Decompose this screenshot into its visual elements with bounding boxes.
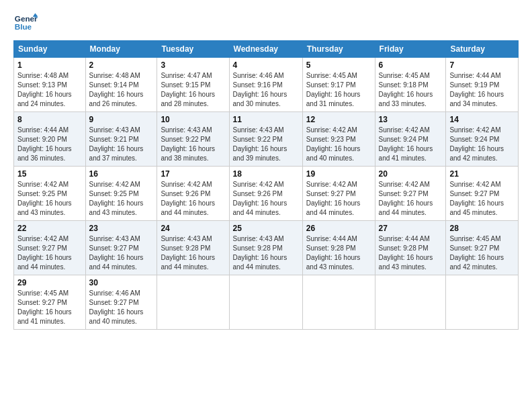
day-info: Sunrise: 4:45 AMSunset: 9:27 PMDaylight:… [17, 289, 82, 326]
day-number: 4 [233, 60, 299, 70]
calendar-header-tuesday: Tuesday [157, 41, 229, 58]
day-info: Sunrise: 4:47 AMSunset: 9:15 PMDaylight:… [161, 71, 225, 109]
calendar-header-thursday: Thursday [302, 41, 375, 58]
day-info: Sunrise: 4:46 AMSunset: 9:16 PMDaylight:… [233, 71, 299, 109]
day-info: Sunrise: 4:42 AMSunset: 9:26 PMDaylight:… [233, 180, 299, 218]
day-info: Sunrise: 4:42 AMSunset: 9:23 PMDaylight:… [306, 126, 371, 163]
calendar-header-row: SundayMondayTuesdayWednesdayThursdayFrid… [14, 41, 519, 58]
day-number: 18 [233, 169, 299, 179]
calendar-cell: 8Sunrise: 4:44 AMSunset: 9:20 PMDaylight… [14, 112, 86, 167]
calendar-cell: 22Sunrise: 4:42 AMSunset: 9:27 PMDayligh… [14, 221, 86, 275]
calendar-cell [375, 275, 446, 330]
day-number: 17 [161, 169, 225, 179]
day-info: Sunrise: 4:42 AMSunset: 9:25 PMDaylight:… [89, 180, 154, 218]
day-info: Sunrise: 4:42 AMSunset: 9:27 PMDaylight:… [306, 180, 371, 218]
day-info: Sunrise: 4:45 AMSunset: 9:18 PMDaylight:… [379, 71, 443, 109]
day-info: Sunrise: 4:48 AMSunset: 9:14 PMDaylight:… [89, 71, 154, 109]
calendar-cell: 16Sunrise: 4:42 AMSunset: 9:25 PMDayligh… [85, 167, 157, 221]
calendar-week-row: 1Sunrise: 4:48 AMSunset: 9:13 PMDaylight… [14, 58, 519, 112]
day-number: 10 [161, 115, 225, 124]
calendar-cell: 19Sunrise: 4:42 AMSunset: 9:27 PMDayligh… [302, 167, 375, 221]
day-info: Sunrise: 4:46 AMSunset: 9:27 PMDaylight:… [89, 289, 154, 326]
calendar-cell: 1Sunrise: 4:48 AMSunset: 9:13 PMDaylight… [14, 58, 86, 112]
day-number: 29 [17, 278, 82, 287]
day-info: Sunrise: 4:43 AMSunset: 9:22 PMDaylight:… [233, 126, 299, 163]
calendar-cell: 4Sunrise: 4:46 AMSunset: 9:16 PMDaylight… [229, 58, 302, 112]
day-number: 3 [161, 60, 225, 70]
day-number: 28 [449, 224, 515, 233]
day-info: Sunrise: 4:42 AMSunset: 9:27 PMDaylight:… [449, 180, 515, 218]
day-info: Sunrise: 4:45 AMSunset: 9:17 PMDaylight:… [306, 71, 371, 109]
calendar-cell [302, 275, 375, 330]
day-number: 7 [449, 60, 515, 70]
calendar-table: SundayMondayTuesdayWednesdayThursdayFrid… [13, 40, 519, 330]
calendar-header-sunday: Sunday [14, 41, 86, 58]
day-info: Sunrise: 4:42 AMSunset: 9:27 PMDaylight:… [379, 180, 443, 218]
day-number: 26 [306, 224, 371, 233]
day-info: Sunrise: 4:45 AMSunset: 9:27 PMDaylight:… [449, 234, 515, 272]
day-number: 22 [17, 224, 82, 233]
calendar-cell: 5Sunrise: 4:45 AMSunset: 9:17 PMDaylight… [302, 58, 375, 112]
day-number: 2 [89, 60, 154, 70]
day-info: Sunrise: 4:44 AMSunset: 9:28 PMDaylight:… [306, 234, 371, 272]
day-number: 1 [17, 60, 82, 70]
calendar-header-wednesday: Wednesday [229, 41, 302, 58]
logo: General Blue [13, 11, 38, 35]
calendar-cell [157, 275, 229, 330]
day-info: Sunrise: 4:42 AMSunset: 9:24 PMDaylight:… [449, 126, 515, 163]
calendar-cell: 21Sunrise: 4:42 AMSunset: 9:27 PMDayligh… [446, 167, 519, 221]
calendar-cell: 24Sunrise: 4:43 AMSunset: 9:28 PMDayligh… [157, 221, 229, 275]
calendar-cell: 25Sunrise: 4:43 AMSunset: 9:28 PMDayligh… [229, 221, 302, 275]
day-info: Sunrise: 4:44 AMSunset: 9:19 PMDaylight:… [449, 71, 515, 109]
day-number: 20 [379, 169, 443, 179]
calendar-cell [446, 275, 519, 330]
day-number: 30 [89, 278, 154, 287]
calendar-cell: 23Sunrise: 4:43 AMSunset: 9:27 PMDayligh… [85, 221, 157, 275]
day-info: Sunrise: 4:43 AMSunset: 9:21 PMDaylight:… [89, 126, 154, 163]
svg-text:Blue: Blue [15, 22, 32, 31]
logo-icon: General Blue [13, 11, 38, 35]
calendar-cell: 7Sunrise: 4:44 AMSunset: 9:19 PMDaylight… [446, 58, 519, 112]
day-info: Sunrise: 4:42 AMSunset: 9:25 PMDaylight:… [17, 180, 82, 218]
calendar-week-row: 8Sunrise: 4:44 AMSunset: 9:20 PMDaylight… [14, 112, 519, 167]
day-info: Sunrise: 4:44 AMSunset: 9:20 PMDaylight:… [17, 126, 82, 163]
day-number: 19 [306, 169, 371, 179]
calendar-cell: 26Sunrise: 4:44 AMSunset: 9:28 PMDayligh… [302, 221, 375, 275]
day-number: 5 [306, 60, 371, 70]
calendar-cell [229, 275, 302, 330]
day-number: 15 [17, 169, 82, 179]
day-number: 11 [233, 115, 299, 124]
calendar-week-row: 15Sunrise: 4:42 AMSunset: 9:25 PMDayligh… [14, 167, 519, 221]
calendar-cell: 3Sunrise: 4:47 AMSunset: 9:15 PMDaylight… [157, 58, 229, 112]
day-number: 9 [89, 115, 154, 124]
calendar-week-row: 22Sunrise: 4:42 AMSunset: 9:27 PMDayligh… [14, 221, 519, 275]
calendar-header-monday: Monday [85, 41, 157, 58]
calendar-cell: 11Sunrise: 4:43 AMSunset: 9:22 PMDayligh… [229, 112, 302, 167]
calendar-cell: 29Sunrise: 4:45 AMSunset: 9:27 PMDayligh… [14, 275, 86, 330]
calendar-cell: 15Sunrise: 4:42 AMSunset: 9:25 PMDayligh… [14, 167, 86, 221]
day-number: 21 [449, 169, 515, 179]
day-info: Sunrise: 4:44 AMSunset: 9:28 PMDaylight:… [379, 234, 443, 272]
day-number: 16 [89, 169, 154, 179]
day-number: 23 [89, 224, 154, 233]
calendar-cell: 20Sunrise: 4:42 AMSunset: 9:27 PMDayligh… [375, 167, 446, 221]
calendar-cell: 2Sunrise: 4:48 AMSunset: 9:14 PMDaylight… [85, 58, 157, 112]
day-info: Sunrise: 4:43 AMSunset: 9:27 PMDaylight:… [89, 234, 154, 272]
day-info: Sunrise: 4:48 AMSunset: 9:13 PMDaylight:… [17, 71, 82, 109]
calendar-cell: 9Sunrise: 4:43 AMSunset: 9:21 PMDaylight… [85, 112, 157, 167]
calendar-cell: 13Sunrise: 4:42 AMSunset: 9:24 PMDayligh… [375, 112, 446, 167]
day-info: Sunrise: 4:42 AMSunset: 9:27 PMDaylight:… [17, 234, 82, 272]
calendar-header-friday: Friday [375, 41, 446, 58]
calendar-week-row: 29Sunrise: 4:45 AMSunset: 9:27 PMDayligh… [14, 275, 519, 330]
calendar-cell: 6Sunrise: 4:45 AMSunset: 9:18 PMDaylight… [375, 58, 446, 112]
calendar-cell: 28Sunrise: 4:45 AMSunset: 9:27 PMDayligh… [446, 221, 519, 275]
calendar-cell: 17Sunrise: 4:42 AMSunset: 9:26 PMDayligh… [157, 167, 229, 221]
calendar-cell: 27Sunrise: 4:44 AMSunset: 9:28 PMDayligh… [375, 221, 446, 275]
day-number: 6 [379, 60, 443, 70]
page: General Blue SundayMondayTuesdayWednesda… [0, 0, 532, 411]
day-number: 13 [379, 115, 443, 124]
day-info: Sunrise: 4:42 AMSunset: 9:24 PMDaylight:… [379, 126, 443, 163]
calendar-header-saturday: Saturday [446, 41, 519, 58]
day-number: 14 [449, 115, 515, 124]
calendar-cell: 10Sunrise: 4:43 AMSunset: 9:22 PMDayligh… [157, 112, 229, 167]
